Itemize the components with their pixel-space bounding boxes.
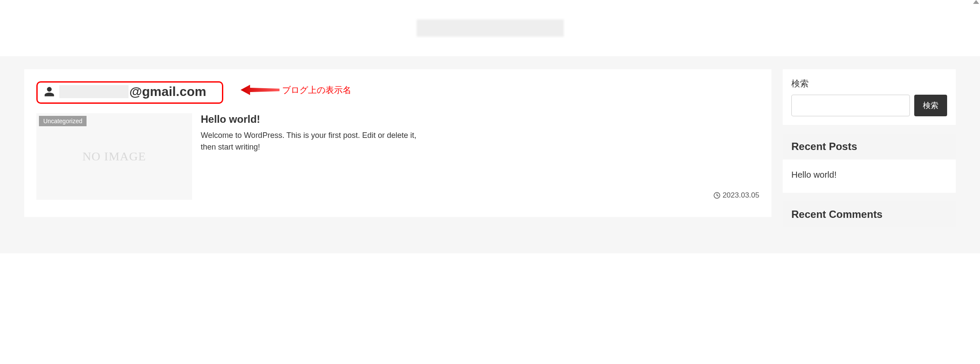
- post-thumbnail: Uncategorized NO IMAGE: [36, 113, 192, 200]
- author-display-name-box: @gmail.com: [36, 81, 223, 104]
- sidebar: 検索 検索 Recent Posts Hello world! Recent C…: [783, 69, 956, 227]
- search-input[interactable]: [791, 95, 910, 116]
- category-badge[interactable]: Uncategorized: [39, 116, 87, 126]
- user-icon: [44, 86, 55, 97]
- recent-posts-body: Hello world!: [783, 160, 956, 193]
- recent-posts-heading: Recent Posts: [783, 134, 956, 160]
- arrow-icon: [241, 81, 280, 99]
- main-column: @gmail.com ブログ上の表示名 Uncategorized NO IMA…: [24, 69, 771, 217]
- no-image-placeholder: NO IMAGE: [82, 150, 146, 163]
- search-widget: 検索 検索: [783, 69, 956, 125]
- post-title[interactable]: Hello world!: [201, 113, 759, 125]
- post-body: Hello world! Welcome to WordPress. This …: [201, 113, 759, 200]
- clock-icon: [713, 192, 721, 199]
- annotation: ブログ上の表示名: [241, 81, 351, 99]
- search-form: 検索: [791, 95, 947, 116]
- page-body: @gmail.com ブログ上の表示名 Uncategorized NO IMA…: [0, 56, 980, 253]
- site-header: [0, 0, 980, 56]
- svg-marker-0: [241, 85, 280, 95]
- search-button[interactable]: 検索: [914, 95, 947, 116]
- author-domain-text: @gmail.com: [129, 84, 206, 99]
- annotation-label: ブログ上の表示名: [282, 84, 351, 96]
- recent-comments-widget: Recent Comments: [783, 201, 956, 227]
- recent-post-link[interactable]: Hello world!: [791, 170, 836, 179]
- post-date: 2023.03.05: [713, 191, 759, 200]
- site-title-blurred: [417, 19, 564, 37]
- post-excerpt: Welcome to WordPress. This is your first…: [201, 130, 426, 153]
- recent-comments-heading: Recent Comments: [783, 201, 956, 227]
- post-item[interactable]: Uncategorized NO IMAGE Hello world! Welc…: [36, 113, 759, 200]
- author-name-blurred: [59, 85, 129, 98]
- post-date-text: 2023.03.05: [723, 191, 759, 200]
- search-label: 検索: [791, 78, 947, 89]
- recent-posts-widget: Recent Posts Hello world!: [783, 134, 956, 193]
- scrollbar-top-arrow-icon: [973, 0, 979, 4]
